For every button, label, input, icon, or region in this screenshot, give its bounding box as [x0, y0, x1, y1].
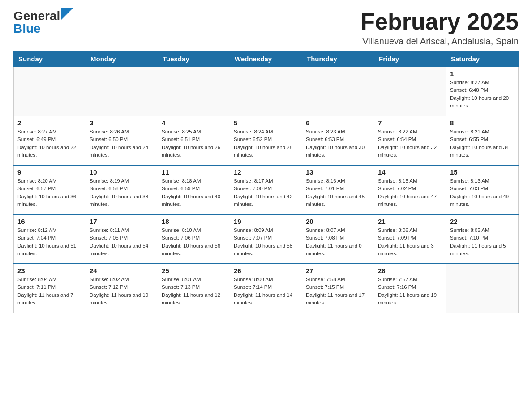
calendar-day-cell: 16Sunrise: 8:12 AM Sunset: 7:04 PM Dayli…: [14, 214, 86, 264]
day-number: 22: [450, 218, 515, 225]
calendar-week-row: 9Sunrise: 8:20 AM Sunset: 6:57 PM Daylig…: [14, 165, 519, 214]
day-number: 13: [306, 168, 370, 176]
title-section: February 2025 Villanueva del Ariscal, An…: [360, 9, 519, 47]
day-info: Sunrise: 8:20 AM Sunset: 6:57 PM Dayligh…: [17, 177, 82, 208]
day-info: Sunrise: 8:12 AM Sunset: 7:04 PM Dayligh…: [17, 227, 82, 257]
day-info: Sunrise: 8:25 AM Sunset: 6:51 PM Dayligh…: [162, 128, 226, 159]
day-of-week-header: Tuesday: [158, 51, 230, 67]
day-number: 7: [378, 119, 442, 127]
calendar-day-cell: 23Sunrise: 8:04 AM Sunset: 7:11 PM Dayli…: [14, 264, 86, 313]
day-info: Sunrise: 7:57 AM Sunset: 7:16 PM Dayligh…: [378, 276, 442, 307]
day-number: 17: [90, 218, 154, 225]
day-info: Sunrise: 8:05 AM Sunset: 7:10 PM Dayligh…: [450, 227, 515, 257]
calendar-day-cell: 20Sunrise: 8:07 AM Sunset: 7:08 PM Dayli…: [302, 214, 374, 264]
day-info: Sunrise: 8:00 AM Sunset: 7:14 PM Dayligh…: [234, 276, 298, 307]
calendar-day-cell: 24Sunrise: 8:02 AM Sunset: 7:12 PM Dayli…: [86, 264, 158, 313]
day-info: Sunrise: 8:17 AM Sunset: 7:00 PM Dayligh…: [234, 177, 298, 208]
calendar-day-cell: 9Sunrise: 8:20 AM Sunset: 6:57 PM Daylig…: [14, 165, 86, 214]
calendar-day-cell: [446, 264, 519, 313]
day-of-week-header: Saturday: [446, 51, 519, 67]
calendar-subtitle: Villanueva del Ariscal, Andalusia, Spain: [360, 36, 519, 47]
calendar-day-cell: 5Sunrise: 8:24 AM Sunset: 6:52 PM Daylig…: [230, 116, 302, 165]
day-info: Sunrise: 8:24 AM Sunset: 6:52 PM Dayligh…: [234, 128, 298, 159]
calendar-day-cell: 26Sunrise: 8:00 AM Sunset: 7:14 PM Dayli…: [230, 264, 302, 313]
calendar-header-row: SundayMondayTuesdayWednesdayThursdayFrid…: [14, 51, 519, 67]
day-info: Sunrise: 8:22 AM Sunset: 6:54 PM Dayligh…: [378, 128, 442, 159]
calendar-week-row: 2Sunrise: 8:27 AM Sunset: 6:49 PM Daylig…: [14, 116, 519, 165]
calendar-day-cell: [302, 67, 374, 116]
calendar-day-cell: 27Sunrise: 7:58 AM Sunset: 7:15 PM Dayli…: [302, 264, 374, 313]
day-number: 24: [90, 267, 154, 274]
calendar-day-cell: 17Sunrise: 8:11 AM Sunset: 7:05 PM Dayli…: [86, 214, 158, 264]
day-of-week-header: Wednesday: [230, 51, 302, 67]
day-info: Sunrise: 8:01 AM Sunset: 7:13 PM Dayligh…: [162, 276, 226, 307]
calendar-day-cell: 21Sunrise: 8:06 AM Sunset: 7:09 PM Dayli…: [374, 214, 446, 264]
day-info: Sunrise: 8:04 AM Sunset: 7:11 PM Dayligh…: [17, 276, 82, 307]
day-info: Sunrise: 8:18 AM Sunset: 6:59 PM Dayligh…: [162, 177, 226, 208]
calendar-day-cell: [374, 67, 446, 116]
day-info: Sunrise: 8:06 AM Sunset: 7:09 PM Dayligh…: [378, 227, 442, 257]
day-number: 18: [162, 218, 226, 225]
calendar-day-cell: [158, 67, 230, 116]
day-number: 26: [234, 267, 298, 274]
logo-blue-text: Blue: [13, 21, 41, 35]
day-info: Sunrise: 8:07 AM Sunset: 7:08 PM Dayligh…: [306, 227, 370, 257]
day-number: 6: [306, 119, 370, 127]
calendar-day-cell: 19Sunrise: 8:09 AM Sunset: 7:07 PM Dayli…: [230, 214, 302, 264]
day-info: Sunrise: 8:16 AM Sunset: 7:01 PM Dayligh…: [306, 177, 370, 208]
calendar-day-cell: 6Sunrise: 8:23 AM Sunset: 6:53 PM Daylig…: [302, 116, 374, 165]
day-number: 5: [234, 119, 298, 127]
day-number: 8: [450, 119, 515, 127]
page-header: General Blue February 2025 Villanueva de…: [13, 9, 519, 47]
day-of-week-header: Sunday: [14, 51, 86, 67]
calendar-day-cell: 22Sunrise: 8:05 AM Sunset: 7:10 PM Dayli…: [446, 214, 519, 264]
day-number: 9: [17, 168, 82, 176]
day-number: 28: [378, 267, 442, 274]
day-of-week-header: Friday: [374, 51, 446, 67]
day-number: 12: [234, 168, 298, 176]
calendar-day-cell: 13Sunrise: 8:16 AM Sunset: 7:01 PM Dayli…: [302, 165, 374, 214]
day-info: Sunrise: 8:09 AM Sunset: 7:07 PM Dayligh…: [234, 227, 298, 257]
day-number: 21: [378, 218, 442, 225]
day-number: 4: [162, 119, 226, 127]
calendar-day-cell: 12Sunrise: 8:17 AM Sunset: 7:00 PM Dayli…: [230, 165, 302, 214]
day-info: Sunrise: 8:02 AM Sunset: 7:12 PM Dayligh…: [90, 276, 154, 307]
calendar-day-cell: 25Sunrise: 8:01 AM Sunset: 7:13 PM Dayli…: [158, 264, 230, 313]
calendar-day-cell: 1Sunrise: 8:27 AM Sunset: 6:48 PM Daylig…: [446, 67, 519, 116]
calendar-day-cell: 14Sunrise: 8:15 AM Sunset: 7:02 PM Dayli…: [374, 165, 446, 214]
day-info: Sunrise: 8:21 AM Sunset: 6:55 PM Dayligh…: [450, 128, 515, 159]
day-info: Sunrise: 7:58 AM Sunset: 7:15 PM Dayligh…: [306, 276, 370, 307]
calendar-week-row: 1Sunrise: 8:27 AM Sunset: 6:48 PM Daylig…: [14, 67, 519, 116]
day-number: 16: [17, 218, 82, 225]
calendar-day-cell: 2Sunrise: 8:27 AM Sunset: 6:49 PM Daylig…: [14, 116, 86, 165]
day-number: 2: [17, 119, 82, 127]
day-info: Sunrise: 8:23 AM Sunset: 6:53 PM Dayligh…: [306, 128, 370, 159]
day-number: 3: [90, 119, 154, 127]
day-number: 1: [450, 70, 515, 77]
calendar-title: February 2025: [360, 9, 519, 34]
day-number: 10: [90, 168, 154, 176]
calendar-week-row: 16Sunrise: 8:12 AM Sunset: 7:04 PM Dayli…: [14, 214, 519, 264]
day-number: 27: [306, 267, 370, 274]
day-number: 20: [306, 218, 370, 225]
day-number: 11: [162, 168, 226, 176]
logo-triangle-icon: [61, 8, 73, 20]
calendar-day-cell: 28Sunrise: 7:57 AM Sunset: 7:16 PM Dayli…: [374, 264, 446, 313]
calendar-day-cell: [14, 67, 86, 116]
day-info: Sunrise: 8:13 AM Sunset: 7:03 PM Dayligh…: [450, 177, 515, 208]
calendar-day-cell: 3Sunrise: 8:26 AM Sunset: 6:50 PM Daylig…: [86, 116, 158, 165]
day-number: 19: [234, 218, 298, 225]
calendar-day-cell: 11Sunrise: 8:18 AM Sunset: 6:59 PM Dayli…: [158, 165, 230, 214]
calendar-week-row: 23Sunrise: 8:04 AM Sunset: 7:11 PM Dayli…: [14, 264, 519, 313]
day-info: Sunrise: 8:27 AM Sunset: 6:48 PM Dayligh…: [450, 79, 515, 110]
calendar-day-cell: 15Sunrise: 8:13 AM Sunset: 7:03 PM Dayli…: [446, 165, 519, 214]
day-info: Sunrise: 8:11 AM Sunset: 7:05 PM Dayligh…: [90, 227, 154, 257]
day-of-week-header: Monday: [86, 51, 158, 67]
day-info: Sunrise: 8:26 AM Sunset: 6:50 PM Dayligh…: [90, 128, 154, 159]
day-number: 15: [450, 168, 515, 176]
day-info: Sunrise: 8:15 AM Sunset: 7:02 PM Dayligh…: [378, 177, 442, 208]
day-number: 14: [378, 168, 442, 176]
day-of-week-header: Thursday: [302, 51, 374, 67]
day-number: 25: [162, 267, 226, 274]
calendar-day-cell: 4Sunrise: 8:25 AM Sunset: 6:51 PM Daylig…: [158, 116, 230, 165]
